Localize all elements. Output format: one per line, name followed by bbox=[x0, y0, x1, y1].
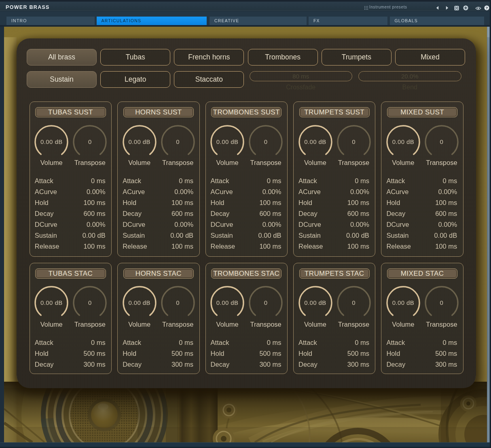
svg-text:?: ? bbox=[486, 6, 488, 10]
